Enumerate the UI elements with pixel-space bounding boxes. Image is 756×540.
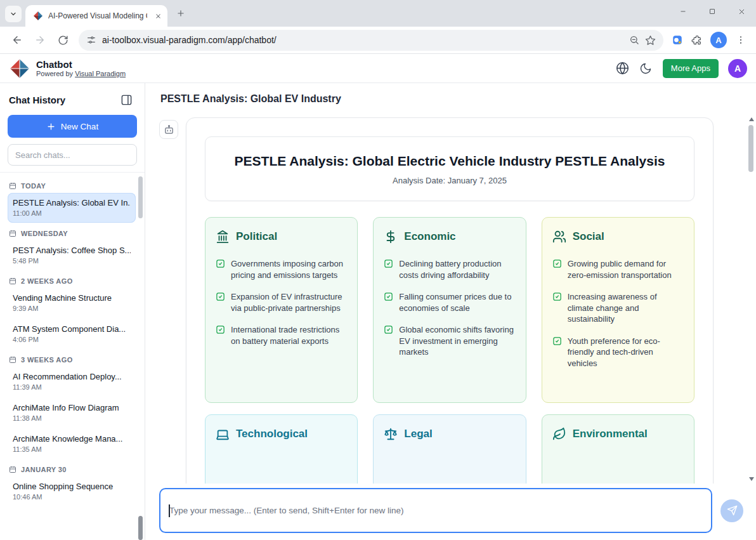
app-body: Chat History New Chat TODAY PESTLE Analy…: [0, 83, 756, 540]
bookmark-star-icon[interactable]: [645, 35, 656, 46]
chat-item-online-shopping[interactable]: Online Shopping Sequence 10:46 AM: [8, 477, 136, 506]
zoom-indicator-icon[interactable]: [629, 35, 639, 45]
chat-item-pestle-ev[interactable]: PESTLE Analysis: Global EV In... 11:00 A…: [8, 193, 136, 223]
more-apps-button[interactable]: More Apps: [663, 59, 719, 78]
category-card-environmental: Environmental: [542, 414, 694, 484]
message-input[interactable]: [159, 488, 712, 533]
window-maximize-button[interactable]: [698, 0, 727, 23]
search-chats-input[interactable]: [8, 144, 137, 166]
category-title: Economic: [404, 230, 455, 243]
category-title: Social: [573, 230, 604, 243]
visual-paradigm-logo-icon: [9, 58, 30, 79]
main-scrollbar-thumb[interactable]: [748, 125, 753, 172]
conversation-title: PESTLE Analysis: Global EV Industry: [145, 83, 756, 115]
category-header: Environmental: [552, 427, 684, 441]
browser-tab[interactable]: AI-Powered Visual Modeling Ch: [25, 5, 167, 27]
category-item: International trade restrictions on batt…: [216, 324, 347, 346]
category-card-social: Social Growing public demand for zero-em…: [542, 217, 694, 403]
category-title: Legal: [404, 428, 432, 440]
check-square-icon: [216, 292, 225, 313]
users-icon: [552, 230, 566, 244]
category-header: Legal: [384, 427, 515, 441]
chat-item-archimate-knowledge[interactable]: ArchiMate Knowledge Mana... 11:35 AM: [8, 429, 136, 459]
language-globe-icon[interactable]: [616, 62, 630, 76]
category-card-economic: Economic Declining battery production co…: [373, 217, 526, 403]
window-close-button[interactable]: [727, 0, 756, 23]
visual-paradigm-link[interactable]: Visual Paradigm: [75, 70, 126, 77]
new-chat-button[interactable]: New Chat: [8, 115, 137, 138]
check-square-icon: [384, 292, 393, 313]
main-scrollbar[interactable]: [748, 116, 755, 482]
bot-avatar-icon: [159, 120, 178, 139]
extensions-puzzle-icon[interactable]: [688, 31, 705, 49]
category-item: Global economic shifts favoring EV inves…: [384, 324, 515, 358]
check-square-icon: [216, 259, 225, 280]
window-minimize-button[interactable]: [668, 0, 698, 23]
category-item: Declining battery production costs drivi…: [384, 258, 515, 280]
analysis-date: Analysis Date: January 7, 2025: [217, 176, 682, 185]
sidebar-collapse-icon[interactable]: [121, 92, 136, 107]
group-label-wednesday: WEDNESDAY: [9, 230, 134, 237]
laptop-icon: [216, 427, 230, 441]
app-header: Chatbot Powered by Visual Paradigm More …: [0, 54, 756, 83]
sidebar-scrollbar-thumb-bottom[interactable]: [138, 516, 143, 540]
category-title: Political: [236, 230, 277, 243]
tab-title: AI-Powered Visual Modeling Ch: [48, 11, 147, 20]
category-item-text: Global economic shifts favoring EV inves…: [399, 324, 515, 358]
browser-tab-strip: AI-Powered Visual Modeling Ch: [0, 0, 756, 27]
category-item-text: Growing public demand for zero-emission …: [568, 258, 684, 280]
category-item-text: Increasing awareness of climate change a…: [568, 291, 684, 325]
landmark-icon: [216, 230, 230, 244]
dark-mode-moon-icon[interactable]: [639, 62, 653, 76]
new-tab-button[interactable]: [173, 5, 189, 22]
category-item-text: Governments imposing carbon pricing and …: [231, 258, 347, 280]
reload-button[interactable]: [52, 29, 74, 51]
sidebar-scrollbar-thumb[interactable]: [138, 176, 143, 218]
category-header: Economic: [384, 230, 515, 244]
browser-menu-icon[interactable]: [732, 31, 750, 49]
chat-item-archimate-info-flow[interactable]: ArchiMate Info Flow Diagram 11:38 AM: [8, 398, 136, 428]
main-panel: PESTLE Analysis: Global EV Industry PEST…: [145, 83, 756, 540]
brand: Chatbot Powered by Visual Paradigm: [9, 58, 126, 79]
scales-icon: [384, 427, 398, 441]
category-item: Governments imposing carbon pricing and …: [216, 258, 347, 280]
category-item-text: International trade restrictions on batt…: [231, 324, 347, 346]
check-square-icon: [384, 325, 393, 358]
category-card-political: Political Governments imposing carbon pr…: [205, 217, 358, 403]
sidebar-header: Chat History: [0, 83, 145, 112]
site-favicon-icon: [33, 11, 43, 21]
check-square-icon: [552, 292, 562, 325]
tab-search-chevron-icon[interactable]: [5, 6, 22, 22]
category-item-text: Youth preference for eco-friendly and te…: [568, 336, 684, 369]
browser-toolbar: ai-toolbox.visual-paradigm.com/app/chatb…: [0, 27, 756, 54]
scroll-up-arrow-icon[interactable]: [749, 117, 754, 121]
user-avatar[interactable]: A: [728, 59, 747, 78]
chat-list: TODAY PESTLE Analysis: Global EV In... 1…: [0, 172, 145, 540]
leaf-icon: [552, 427, 566, 441]
url-text[interactable]: ai-toolbox.visual-paradigm.com/app/chatb…: [102, 35, 623, 45]
check-square-icon: [552, 259, 562, 280]
pestle-category-grid: Political Governments imposing carbon pr…: [205, 217, 694, 484]
text-caret: [169, 504, 170, 517]
chat-item-atm-component[interactable]: ATM System Component Dia... 4:06 PM: [8, 319, 136, 349]
category-item: Increasing awareness of climate change a…: [552, 291, 684, 325]
category-item-text: Declining battery production costs drivi…: [399, 258, 515, 280]
group-label-2-weeks-ago: 2 WEEKS AGO: [9, 277, 134, 285]
check-square-icon: [552, 336, 562, 369]
chat-item-pest-coffee[interactable]: PEST Analysis: Coffee Shop S... 5:48 PM: [8, 240, 136, 270]
composer-bar: [145, 484, 756, 540]
category-item-text: Falling consumer prices due to economies…: [399, 291, 515, 313]
chat-item-vending-machine[interactable]: Vending Machine Structure 9:39 AM: [8, 288, 136, 318]
scroll-down-arrow-icon[interactable]: [749, 477, 754, 481]
back-button[interactable]: [6, 29, 28, 51]
chat-item-ai-recommendation[interactable]: AI Recommendation Deploy... 11:39 AM: [8, 367, 136, 397]
extension-shortcut-icon[interactable]: [668, 31, 686, 49]
forward-button[interactable]: [29, 29, 51, 51]
tab-close-icon[interactable]: [152, 10, 164, 22]
chat-history-sidebar: Chat History New Chat TODAY PESTLE Analy…: [0, 83, 145, 540]
category-header: Political: [216, 230, 347, 244]
send-button[interactable]: [720, 499, 743, 522]
browser-profile-avatar[interactable]: A: [710, 32, 727, 48]
address-bar[interactable]: ai-toolbox.visual-paradigm.com/app/chatb…: [79, 30, 663, 51]
site-settings-icon[interactable]: [86, 35, 96, 45]
